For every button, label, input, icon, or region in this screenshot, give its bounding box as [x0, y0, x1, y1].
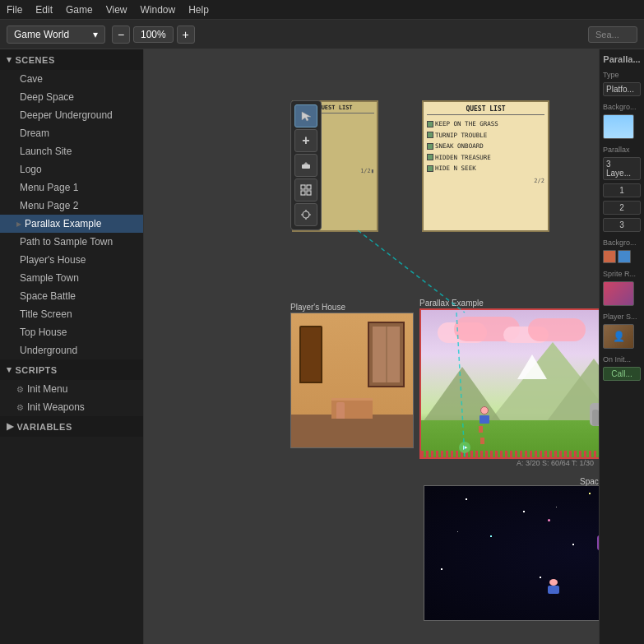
layer-2-button[interactable]: 2 — [603, 201, 641, 215]
canvas-area[interactable]: ⚔ Cave QUEST LIST S▮▮CAT Q▮▮ZZLE D▮▮SING… — [144, 49, 599, 644]
scripts-label: SCRIPTS — [16, 365, 58, 375]
scenes-section-header[interactable]: ▾ SCENES — [0, 49, 143, 70]
svg-rect-4 — [302, 164, 310, 169]
script-icon: ⚙ — [16, 385, 24, 394]
color-swatch-1[interactable] — [603, 250, 616, 263]
chevron-down-icon: ▾ — [7, 54, 12, 65]
color-swatch-2[interactable] — [618, 250, 631, 263]
sidebar-item-init-menu[interactable]: ⚙ Init Menu — [0, 380, 143, 398]
sprite-label: Sprite R... — [603, 270, 641, 278]
on-init-label: On Init... — [603, 355, 641, 364]
sidebar-item-top-house[interactable]: Top House — [0, 323, 143, 341]
sidebar-item-title-screen[interactable]: Title Screen — [0, 305, 143, 323]
sidebar-item-label: Logo — [20, 164, 42, 175]
pointer-tool[interactable] — [294, 104, 317, 127]
color-swatches — [603, 250, 641, 263]
menu-game[interactable]: Game — [66, 4, 93, 16]
scene-dropdown-label: Game World — [14, 29, 69, 40]
sidebar-item-label: Top House — [20, 327, 67, 338]
svg-rect-7 — [301, 191, 305, 195]
sidebar-item-dream[interactable]: Dream — [0, 124, 143, 142]
add-tool[interactable]: + — [294, 129, 317, 152]
quest-list-2[interactable]: QUEST LIST KEEP ON THE GRASS TURNIP TROU… — [422, 100, 549, 232]
scene-space-battle[interactable]: 👾 — [424, 485, 599, 621]
sidebar-item-init-weapons[interactable]: ⚙ Init Weapons — [0, 398, 143, 416]
chevron-right-icon: ▶ — [7, 421, 14, 432]
layer-1-button[interactable]: 1 — [603, 183, 641, 197]
variables-label: VARIABLES — [17, 422, 72, 432]
play-button[interactable]: ▶ — [459, 442, 470, 453]
menu-window[interactable]: Window — [141, 4, 176, 16]
sidebar-item-launch-site[interactable]: Launch Site — [0, 142, 143, 160]
sprite-swatch[interactable] — [603, 281, 634, 306]
zoom-out-button[interactable]: − — [112, 25, 130, 44]
scene-dropdown[interactable]: Game World ▾ — [7, 25, 105, 44]
sidebar-item-deeper-underground[interactable]: Deeper Underground — [0, 106, 143, 124]
toolbox: + — [290, 100, 322, 230]
sidebar-item-label: Menu Page 2 — [20, 200, 78, 211]
menu-edit[interactable]: Edit — [35, 4, 53, 16]
sidebar: ▾ SCENES Cave Deep Space Deeper Undergro… — [0, 49, 144, 644]
sidebar-item-deep-space[interactable]: Deep Space — [0, 88, 143, 106]
parallax-value: 3 Laye... — [603, 157, 641, 180]
svg-marker-3 — [302, 112, 311, 121]
sidebar-item-menu-page-2[interactable]: Menu Page 2 — [0, 197, 143, 215]
sidebar-item-label: Deep Space — [20, 91, 74, 103]
call-button[interactable]: Call... — [603, 367, 641, 381]
zoom-in-button[interactable]: + — [177, 25, 195, 44]
sidebar-item-label: Player's House — [20, 254, 86, 266]
sidebar-item-underground[interactable]: Underground — [0, 341, 143, 359]
background2-label: Backgro... — [603, 239, 641, 247]
tiles-tool[interactable] — [294, 178, 317, 202]
svg-rect-5 — [301, 185, 305, 189]
right-panel-title: Paralla... — [603, 54, 641, 64]
layer-3-button[interactable]: 3 — [603, 218, 641, 232]
parallax-label: Parallax — [603, 146, 641, 154]
chevron-down-icon: ▾ — [93, 29, 98, 40]
sidebar-item-label: Menu Page 1 — [20, 182, 78, 193]
menu-help[interactable]: Help — [188, 4, 209, 16]
sidebar-item-label: Deeper Underground — [20, 109, 113, 121]
sidebar-item-label: Title Screen — [20, 308, 72, 320]
player-swatch[interactable]: 👤 — [603, 324, 634, 349]
sidebar-item-label: Init Weapons — [27, 401, 85, 413]
sidebar-item-label: Underground — [20, 345, 77, 356]
sidebar-item-label: Launch Site — [20, 146, 72, 157]
sidebar-item-menu-page-1[interactable]: Menu Page 1 — [0, 178, 143, 197]
right-panel: Paralla... Type Platfo... Backgro... Par… — [599, 49, 644, 644]
plus-icon: + — [302, 133, 309, 148]
menubar: File Edit Game View Window Help — [0, 0, 644, 20]
menu-file[interactable]: File — [7, 4, 22, 16]
background-swatch[interactable] — [603, 114, 634, 139]
scripts-section-header[interactable]: ▾ SCRIPTS — [0, 359, 143, 380]
menu-view[interactable]: View — [106, 4, 127, 16]
variables-section-header[interactable]: ▶ VARIABLES — [0, 416, 143, 437]
parallax-example-label: Parallax Example — [419, 299, 484, 308]
eraser-tool[interactable] — [294, 154, 317, 177]
players-house-label: Player's House — [290, 303, 345, 312]
sidebar-item-sample-town[interactable]: Sample Town — [0, 269, 143, 287]
sidebar-item-parallax-example[interactable]: ▶ Parallax Example — [0, 215, 143, 233]
sidebar-item-path-to-sample-town[interactable]: Path to Sample Town — [0, 233, 143, 251]
arrow-icon: ▶ — [16, 220, 21, 228]
player-label: Player S... — [603, 313, 641, 321]
search-input[interactable]: Sea... — [588, 26, 637, 43]
sidebar-item-label: Space Battle — [20, 290, 76, 302]
sidebar-item-label: Cave — [20, 73, 43, 85]
sidebar-item-label: Path to Sample Town — [20, 236, 113, 248]
type-label: Type — [603, 71, 641, 79]
effects-tool[interactable] — [294, 203, 317, 226]
scene-canvas: ⚔ Cave QUEST LIST S▮▮CAT Q▮▮ZZLE D▮▮SING… — [144, 49, 599, 644]
sidebar-item-cave[interactable]: Cave — [0, 70, 143, 88]
sidebar-item-logo[interactable]: Logo — [0, 160, 143, 178]
svg-rect-6 — [307, 185, 311, 189]
canvas-status: A: 3/20 S: 60/64 T: 1/30 — [517, 459, 594, 467]
chevron-down-icon: ▾ — [7, 364, 12, 375]
scene-parallax-example[interactable]: ▶ — [419, 308, 599, 459]
scene-players-house[interactable] — [290, 313, 414, 448]
script-icon: ⚙ — [16, 403, 24, 412]
sidebar-item-label: Parallax Example — [25, 218, 101, 229]
sidebar-item-players-house[interactable]: Player's House — [0, 251, 143, 269]
svg-point-9 — [303, 211, 309, 218]
sidebar-item-space-battle[interactable]: Space Battle — [0, 287, 143, 305]
